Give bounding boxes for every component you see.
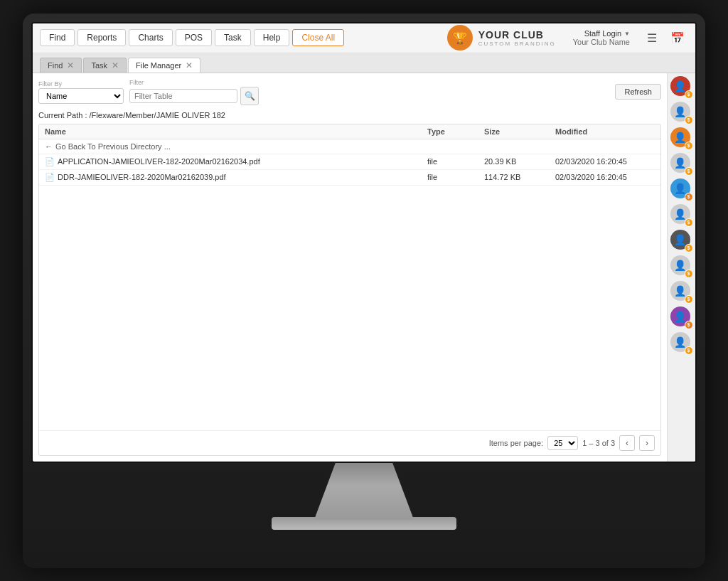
- staff-area: Staff Login ▼ Your Club Name: [573, 29, 630, 46]
- app-subtitle: CUSTOM BRANDING: [478, 41, 556, 47]
- next-page-button[interactable]: ›: [639, 435, 655, 451]
- help-button[interactable]: Help: [254, 29, 290, 46]
- tab-find-close[interactable]: ✕: [67, 61, 74, 70]
- tab-file-manager[interactable]: File Manager ✕: [128, 58, 200, 73]
- items-per-page-label: Items per page:: [489, 439, 543, 447]
- find-button[interactable]: Find: [40, 29, 75, 46]
- file-name-cell-0: 📄 APPLICATION-JAMIEOLIVER-182-2020Mar021…: [45, 157, 427, 166]
- avatar-item-6[interactable]: 👤 $: [670, 230, 693, 252]
- tab-task[interactable]: Task ✕: [83, 58, 127, 73]
- avatar-item-4[interactable]: 👤 $: [670, 178, 693, 201]
- avatar-item-5[interactable]: 👤 $: [670, 204, 693, 227]
- chevron-down-icon: ▼: [624, 31, 630, 37]
- tab-file-manager-label: File Manager: [136, 61, 181, 70]
- file-table: Name Type Size Modified ← Go Back To Pre…: [38, 124, 661, 456]
- file-icon-1: 📄: [45, 173, 55, 182]
- items-per-page-select[interactable]: 25: [547, 436, 578, 450]
- reports-button[interactable]: Reports: [77, 29, 126, 46]
- logo-text: YOUR CLUB CUSTOM BRANDING: [478, 29, 556, 47]
- club-name: Your Club Name: [573, 38, 630, 46]
- app-title: YOUR CLUB: [478, 29, 556, 41]
- top-bar: Find Reports Charts POS Task Help Close …: [33, 23, 695, 53]
- table-row[interactable]: 📄 DDR-JAMIEOLIVER-182-2020Mar02162039.pd…: [39, 170, 660, 186]
- filter-by-select[interactable]: Name: [38, 88, 124, 104]
- back-name-cell: ← Go Back To Previous Directory ...: [45, 142, 427, 151]
- col-modified: Modified: [555, 127, 655, 136]
- calendar-icon[interactable]: 📅: [667, 27, 688, 48]
- avatar-badge-3: $: [685, 167, 693, 176]
- avatar-item-0[interactable]: 👤 $: [670, 76, 693, 99]
- file-type-1: file: [427, 173, 484, 181]
- task-button[interactable]: Task: [215, 29, 251, 46]
- file-name-0: APPLICATION-JAMIEOLIVER-182-2020Mar02162…: [58, 157, 260, 166]
- staff-login-label: Staff Login: [584, 29, 621, 38]
- pagination: Items per page: 25 1 – 3 of 3 ‹ ›: [39, 430, 660, 455]
- filter-by-label: Filter By: [38, 80, 124, 87]
- file-name-cell-1: 📄 DDR-JAMIEOLIVER-182-2020Mar02162039.pd…: [45, 173, 427, 182]
- tab-task-label: Task: [91, 61, 107, 70]
- filter-label: Filter: [129, 79, 259, 86]
- tab-find-label: Find: [48, 61, 63, 70]
- monitor-stand: [293, 463, 435, 520]
- file-size-0: 20.39 KB: [484, 157, 555, 166]
- right-sidebar: 👤 $ 👤 $ 👤 $ 👤 $ 👤 $: [667, 73, 695, 462]
- col-size: Size: [484, 127, 555, 136]
- monitor-frame: Find Reports Charts POS Task Help Close …: [23, 14, 705, 568]
- col-name: Name: [45, 127, 427, 136]
- avatar-badge-1: $: [685, 116, 693, 124]
- avatar-item-9[interactable]: 👤 $: [670, 307, 693, 329]
- logo-area: 🏆 YOUR CLUB CUSTOM BRANDING: [447, 25, 556, 50]
- prev-page-button[interactable]: ‹: [619, 435, 635, 451]
- table-body: ← Go Back To Previous Directory ... 📄: [39, 139, 660, 430]
- page-range: 1 – 3 of 3: [582, 439, 615, 447]
- header-icons: ☰ 📅: [641, 27, 688, 48]
- main-panel: Filter By Name Filter 🔍 Refresh: [33, 73, 667, 462]
- avatar-item-3[interactable]: 👤 $: [670, 153, 693, 176]
- avatar-badge-9: $: [685, 321, 693, 329]
- avatar-item-1[interactable]: 👤 $: [670, 102, 693, 124]
- avatar-item-7[interactable]: 👤 $: [670, 255, 693, 278]
- staff-login[interactable]: Staff Login ▼: [584, 29, 630, 38]
- filter-bar: Filter By Name Filter 🔍 Refresh: [38, 79, 661, 105]
- avatar-badge-4: $: [685, 193, 693, 201]
- filter-by-group: Filter By Name: [38, 80, 124, 104]
- close-all-button[interactable]: Close All: [292, 29, 344, 46]
- back-row-label: Go Back To Previous Directory ...: [55, 142, 171, 151]
- tab-find[interactable]: Find ✕: [40, 58, 82, 73]
- avatar-item-2[interactable]: 👤 $: [670, 127, 693, 150]
- avatar-badge-2: $: [685, 142, 693, 150]
- tab-task-close[interactable]: ✕: [112, 61, 119, 70]
- avatar-badge-5: $: [685, 218, 693, 227]
- col-type: Type: [427, 127, 484, 136]
- avatar-badge-6: $: [685, 244, 693, 252]
- current-path-value: /Flexware/Member/JAMIE OLIVER 182: [90, 111, 225, 119]
- file-modified-1: 02/03/2020 16:20:45: [555, 173, 655, 181]
- avatar-badge-8: $: [685, 295, 693, 304]
- filter-search: 🔍: [129, 87, 259, 105]
- file-size-1: 114.72 KB: [484, 173, 555, 181]
- back-row[interactable]: ← Go Back To Previous Directory ...: [39, 139, 660, 154]
- avatar-badge-10: $: [685, 346, 693, 355]
- avatar-item-10[interactable]: 👤 $: [670, 332, 693, 355]
- logo-icon: 🏆: [447, 25, 473, 50]
- search-button[interactable]: 🔍: [240, 87, 259, 105]
- table-row[interactable]: 📄 APPLICATION-JAMIEOLIVER-182-2020Mar021…: [39, 154, 660, 170]
- menu-icon[interactable]: ☰: [641, 27, 663, 48]
- content-area: Filter By Name Filter 🔍 Refresh: [33, 73, 695, 462]
- tab-file-manager-close[interactable]: ✕: [186, 61, 193, 70]
- current-path-label: Current Path :: [38, 111, 87, 119]
- file-icon-0: 📄: [45, 157, 55, 166]
- filter-input-group: Filter 🔍: [129, 79, 259, 105]
- pos-button[interactable]: POS: [176, 29, 212, 46]
- filter-input[interactable]: [129, 89, 237, 103]
- tab-bar: Find ✕ Task ✕ File Manager ✕: [33, 53, 695, 73]
- back-arrow-icon: ←: [45, 142, 53, 151]
- current-path: Current Path : /Flexware/Member/JAMIE OL…: [38, 110, 661, 121]
- screen: Find Reports Charts POS Task Help Close …: [31, 22, 697, 463]
- refresh-button[interactable]: Refresh: [615, 84, 661, 100]
- file-modified-0: 02/03/2020 16:20:45: [555, 157, 655, 166]
- avatar-item-8[interactable]: 👤 $: [670, 281, 693, 304]
- avatar-badge-7: $: [685, 270, 693, 278]
- charts-button[interactable]: Charts: [129, 29, 172, 46]
- file-name-1: DDR-JAMIEOLIVER-182-2020Mar02162039.pdf: [58, 173, 226, 181]
